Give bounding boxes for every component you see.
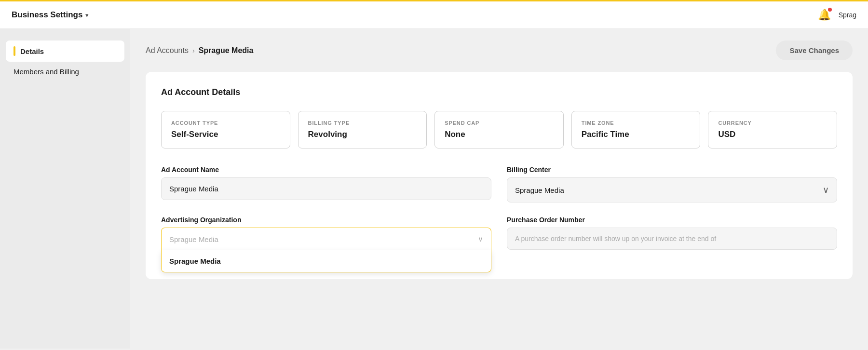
advertising-org-menu: Sprague Media (161, 250, 491, 272)
stat-time-zone-label: TIME ZONE (582, 120, 691, 126)
title-chevron-icon[interactable]: ▾ (85, 12, 89, 19)
topbar: Business Settings ▾ 🔔 Sprag (0, 0, 868, 29)
stat-spend-cap-value: None (445, 130, 554, 139)
purchase-order-label: Purchase Order Number (507, 216, 837, 224)
sidebar-item-details-label: Details (20, 47, 44, 55)
stat-account-type-value: Self-Service (171, 130, 280, 139)
main-layout: Details Members and Billing Ad Accounts … (0, 29, 868, 349)
purchase-order-input[interactable]: A purchase order number will show up on … (507, 228, 837, 250)
ad-account-name-input[interactable] (161, 177, 491, 200)
advertising-org-chevron-icon: ∨ (478, 235, 483, 243)
stat-time-zone-value: Pacific Time (582, 130, 691, 139)
save-changes-button[interactable]: Save Changes (776, 40, 853, 60)
billing-center-label: Billing Center (507, 166, 837, 174)
advertising-org-input[interactable]: Sprague Media ∨ (161, 228, 491, 250)
stat-spend-cap: SPEND CAP None (434, 111, 564, 148)
stat-account-type: ACCOUNT TYPE Self-Service (161, 111, 290, 148)
form-row-name-billing: Ad Account Name Billing Center Sprague M… (161, 166, 837, 202)
form-group-ad-account-name: Ad Account Name (161, 166, 491, 202)
stat-time-zone: TIME ZONE Pacific Time (571, 111, 701, 148)
stats-row: ACCOUNT TYPE Self-Service BILLING TYPE R… (161, 111, 837, 148)
purchase-order-placeholder: A purchase order number will show up on … (515, 235, 716, 242)
active-indicator (14, 46, 15, 56)
advertising-org-dropdown: Sprague Media ∨ Sprague Media (161, 228, 491, 250)
stat-currency-value: USD (718, 130, 827, 139)
billing-center-select[interactable]: Sprague Media ∨ (507, 177, 837, 202)
form-group-purchase-order: Purchase Order Number A purchase order n… (507, 216, 837, 250)
notification-badge (828, 8, 832, 12)
stat-billing-type-value: Revolving (308, 130, 417, 139)
form-row-org-po: Advertising Organization Sprague Media ∨… (161, 216, 837, 250)
breadcrumb-current: Sprague Media (199, 46, 254, 55)
stat-billing-type-label: BILLING TYPE (308, 120, 417, 126)
form-group-billing-center: Billing Center Sprague Media ∨ (507, 166, 837, 202)
content-header: Ad Accounts › Sprague Media Save Changes (146, 40, 853, 60)
advertising-org-label: Advertising Organization (161, 216, 491, 224)
billing-center-value: Sprague Media (515, 186, 564, 194)
advertising-org-placeholder: Sprague Media (169, 235, 218, 243)
ad-account-details-card: Ad Account Details ACCOUNT TYPE Self-Ser… (146, 72, 853, 279)
user-name: Sprag (839, 11, 856, 19)
breadcrumb-separator: › (192, 47, 195, 54)
topbar-right: 🔔 Sprag (818, 9, 856, 21)
ad-account-name-label: Ad Account Name (161, 166, 491, 174)
stat-billing-type: BILLING TYPE Revolving (298, 111, 427, 148)
stat-account-type-label: ACCOUNT TYPE (171, 120, 280, 126)
breadcrumb-link[interactable]: Ad Accounts (146, 46, 189, 55)
app-title[interactable]: Business Settings (12, 10, 82, 20)
sidebar-item-details[interactable]: Details (6, 40, 124, 62)
sidebar-item-members-billing[interactable]: Members and Billing (6, 62, 124, 81)
notification-icon[interactable]: 🔔 (818, 9, 831, 21)
form-group-advertising-org: Advertising Organization Sprague Media ∨… (161, 216, 491, 250)
content-area: Ad Accounts › Sprague Media Save Changes… (130, 29, 868, 349)
topbar-left: Business Settings ▾ (12, 10, 89, 20)
sidebar-item-members-billing-label: Members and Billing (14, 67, 79, 76)
sidebar: Details Members and Billing (0, 29, 130, 349)
billing-center-chevron-icon: ∨ (823, 185, 829, 195)
dropdown-option-sprague-media[interactable]: Sprague Media (162, 250, 491, 272)
breadcrumb: Ad Accounts › Sprague Media (146, 46, 253, 55)
card-title: Ad Account Details (161, 87, 837, 97)
stat-currency: CURRENCY USD (708, 111, 837, 148)
stat-currency-label: CURRENCY (718, 120, 827, 126)
stat-spend-cap-label: SPEND CAP (445, 120, 554, 126)
